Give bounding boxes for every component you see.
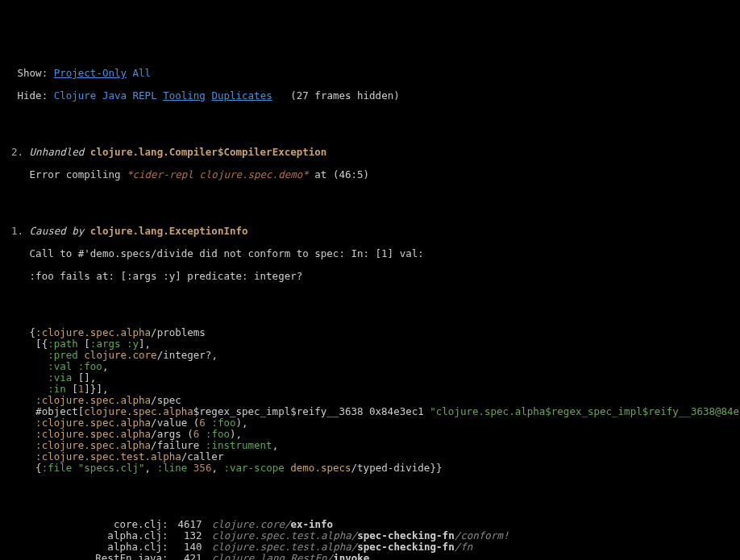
show-label: Show: <box>18 67 48 79</box>
frame-file: alpha.clj: <box>23 530 168 541</box>
frame-file: RestFn.java: <box>23 553 168 560</box>
filter-project-only[interactable]: Project-Only <box>54 67 127 79</box>
exception-1-header: 1. Caused by clojure.lang.ExceptionInfo <box>11 226 729 237</box>
filter-tooling[interactable]: Tooling <box>163 89 206 102</box>
stacktrace-frame[interactable]: RestFn.java:421clojure.lang.RestFn/invok… <box>23 553 515 560</box>
filter-java[interactable]: Java <box>102 89 127 102</box>
frame-line: 4617 <box>168 519 212 530</box>
frame-line: 140 <box>168 541 212 553</box>
exception-2-message: Error compiling *cider-repl clojure.spec… <box>11 169 729 180</box>
stacktrace-frame[interactable]: alpha.clj:132clojure.spec.test.alpha/spe… <box>23 530 515 541</box>
stacktrace: core.clj:4617clojure.core/ex-infoalpha.c… <box>23 519 515 560</box>
ex-data: {:clojure.spec.alpha/problems [{:path [:… <box>11 327 729 474</box>
exception-1-message-l1: Call to #'demo.specs/divide did not conf… <box>11 248 729 259</box>
frame-fn: clojure.spec.test.alpha/spec-checking-fn… <box>212 541 515 553</box>
frame-fn: clojure.lang.RestFn/invoke <box>212 553 515 560</box>
filter-all[interactable]: All <box>133 67 152 79</box>
frame-file: core.clj: <box>23 519 168 530</box>
filter-clojure[interactable]: Clojure <box>54 89 97 102</box>
frame-fn: clojure.spec.test.alpha/spec-checking-fn… <box>212 530 515 541</box>
frame-line: 132 <box>168 530 212 541</box>
hidden-frames-count: (27 frames hidden) <box>290 89 399 102</box>
filter-hide-row: Hide: Clojure Java REPL Tooling Duplicat… <box>11 90 729 102</box>
hide-label: Hide: <box>18 89 48 102</box>
stacktrace-frame[interactable]: alpha.clj:140clojure.spec.test.alpha/spe… <box>23 541 515 553</box>
exception-1-message-l2: :foo fails at: [:args :y] predicate: int… <box>11 271 729 282</box>
stacktrace-frame[interactable]: core.clj:4617clojure.core/ex-info <box>23 519 515 530</box>
frame-file: alpha.clj: <box>23 541 168 553</box>
exception-class: clojure.lang.ExceptionInfo <box>90 225 248 237</box>
exception-class: clojure.lang.Compiler$CompilerException <box>90 146 327 158</box>
filter-dups[interactable]: Duplicates <box>211 89 272 102</box>
filter-repl[interactable]: REPL <box>133 89 157 102</box>
filter-show-row: Show: Project-Only All <box>11 68 729 79</box>
frame-fn: clojure.core/ex-info <box>212 519 515 530</box>
exception-2-header: 2. Unhandled clojure.lang.Compiler$Compi… <box>11 147 729 158</box>
frame-line: 421 <box>168 553 212 560</box>
